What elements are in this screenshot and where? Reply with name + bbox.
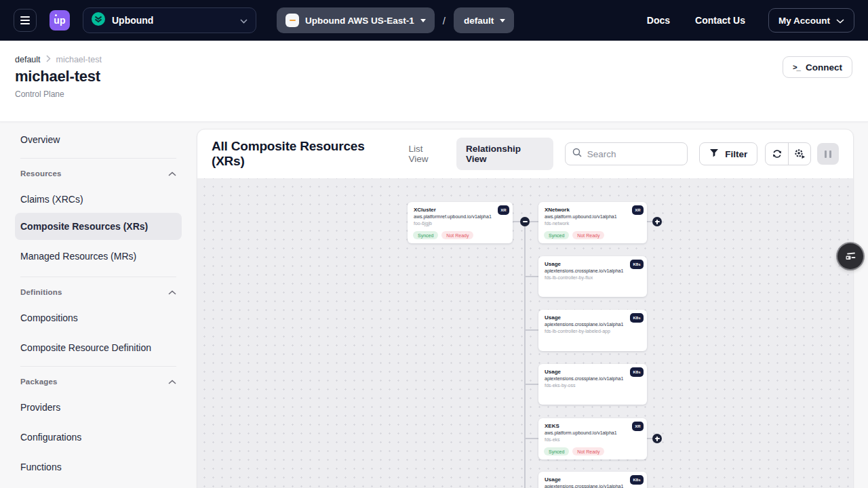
sidebar-item-managed-resources[interactable]: Managed Resources (MRs): [15, 243, 182, 270]
node-kind: XEKS: [545, 423, 641, 429]
resource-node-usage-labeled-app[interactable]: Usage apiextensions.crossplane.io/v1alph…: [538, 310, 647, 351]
node-type-badge: XR: [498, 205, 509, 215]
docs-link[interactable]: Docs: [647, 15, 670, 26]
logo-text: up: [54, 15, 66, 26]
expand-node-button[interactable]: [652, 217, 662, 226]
resource-node-xcluster[interactable]: XCluster aws.platformref.upbound.io/v1al…: [408, 202, 513, 243]
relationship-canvas[interactable]: XCluster aws.platformref.upbound.io/v1al…: [197, 178, 853, 488]
terminal-icon: >_: [793, 63, 800, 71]
node-type-badge: XR: [632, 205, 644, 215]
group-dropdown[interactable]: default: [454, 7, 514, 33]
node-api-version: aws.platform.upbound.io/v1alpha1: [545, 430, 641, 435]
node-type-badge: K8s: [630, 475, 644, 485]
pause-button[interactable]: [817, 143, 839, 165]
legend-icon: [844, 251, 856, 262]
node-name: fds-network: [545, 221, 641, 226]
sidebar: Overview Resources Claims (XRCs) Composi…: [0, 122, 197, 481]
pause-icon: [825, 150, 827, 158]
resource-node-usage-bottom[interactable]: Usage apiextensions.crossplane.io/v1alph…: [538, 472, 647, 488]
sidebar-section-definitions[interactable]: Definitions: [15, 280, 182, 304]
filter-funnel-icon: [709, 148, 719, 159]
relationship-view-tab[interactable]: Relationship View: [456, 138, 553, 170]
chevron-down-icon: [420, 19, 426, 22]
status-badge-not-ready: Not Ready: [441, 231, 473, 239]
run-operations-button[interactable]: [788, 143, 810, 165]
node-api-version: apiextensions.crossplane.io/v1alpha1: [545, 268, 641, 273]
legend-toggle-button[interactable]: [837, 243, 863, 269]
my-account-label: My Account: [778, 16, 830, 26]
control-plane-label: Upbound AWS US-East-1: [305, 16, 414, 26]
expand-node-button[interactable]: [652, 434, 662, 443]
connect-label: Connect: [806, 62, 842, 73]
sidebar-item-composite-resources[interactable]: Composite Resources (XRs): [15, 213, 182, 240]
breadcrumb: default michael-test: [15, 55, 868, 64]
node-type-badge: K8s: [630, 260, 644, 269]
status-badge-synced: Synced: [544, 231, 569, 239]
sidebar-item-configurations[interactable]: Configurations: [15, 424, 182, 451]
node-kind: Usage: [545, 369, 641, 375]
view-toggle: List View Relationship View: [400, 138, 553, 170]
node-api-version: apiextensions.crossplane.io/v1alpha1: [545, 322, 641, 327]
filter-button[interactable]: Filter: [699, 142, 757, 165]
sidebar-item-providers[interactable]: Providers: [15, 394, 182, 421]
minus-icon: [523, 221, 528, 222]
node-kind: XCluster: [414, 207, 507, 213]
refresh-icon: [772, 148, 783, 159]
search-input[interactable]: [587, 149, 681, 159]
sidebar-section-resources[interactable]: Resources: [15, 161, 182, 186]
hamburger-menu-button[interactable]: [14, 9, 37, 32]
upbound-logo[interactable]: up: [50, 10, 70, 30]
resource-node-xeks[interactable]: XEKS aws.platform.upbound.io/v1alpha1 fd…: [538, 418, 647, 460]
resource-node-usage-flux[interactable]: Usage apiextensions.crossplane.io/v1alph…: [538, 256, 647, 297]
refresh-button[interactable]: [766, 143, 788, 165]
page-title: michael-test: [15, 68, 868, 85]
resource-node-xnetwork[interactable]: XNetwork aws.platform.upbound.io/v1alpha…: [538, 202, 647, 243]
node-status-badges: Synced Not Ready: [544, 231, 604, 239]
graph-actions-group: [765, 142, 811, 165]
divider: [20, 277, 176, 277]
section-label: Packages: [20, 378, 58, 386]
panel-toolbar: All Composite Resources (XRs) List View …: [197, 129, 853, 178]
node-name: fds-eks: [545, 437, 641, 442]
search-icon: [572, 148, 582, 160]
main-panel: All Composite Resources (XRs) List View …: [197, 129, 854, 488]
sidebar-item-functions[interactable]: Functions: [15, 453, 182, 481]
node-type-badge: XR: [632, 422, 644, 431]
organization-dropdown[interactable]: Upbound: [83, 7, 256, 33]
org-avatar-icon: [92, 12, 105, 28]
edge-branch-line: [525, 384, 538, 385]
page-subtitle: Control Plane: [15, 89, 868, 99]
gear-play-icon: [794, 148, 806, 159]
status-badge-not-ready: Not Ready: [572, 231, 604, 239]
node-api-version: aws.platform.upbound.io/v1alpha1: [545, 214, 641, 219]
filter-label: Filter: [725, 149, 747, 159]
contact-us-link[interactable]: Contact Us: [695, 15, 745, 26]
chevron-right-icon: [46, 55, 51, 64]
collapse-node-button[interactable]: [520, 217, 530, 226]
breadcrumb-slash: /: [443, 15, 446, 26]
node-type-badge: K8s: [630, 313, 644, 323]
sidebar-section-packages[interactable]: Packages: [15, 369, 182, 394]
my-account-dropdown[interactable]: My Account: [768, 8, 854, 33]
top-navbar: up Upbound Upbound AWS US-East-1 / defau…: [0, 0, 868, 41]
sidebar-item-claims[interactable]: Claims (XRCs): [15, 186, 182, 213]
resource-node-usage-eks-oss[interactable]: Usage apiextensions.crossplane.io/v1alph…: [538, 364, 647, 405]
section-label: Resources: [20, 169, 62, 178]
chevron-down-icon: [500, 19, 505, 22]
breadcrumb-group-link[interactable]: default: [15, 55, 41, 64]
edge-branch-line: [525, 329, 538, 331]
status-badge-synced: Synced: [413, 231, 438, 239]
connect-button[interactable]: >_ Connect: [783, 56, 852, 78]
node-name: fds-lb-controller-by-labeled-app: [545, 329, 641, 333]
edge-trunk-line: [524, 222, 526, 488]
sidebar-item-composite-resource-definition[interactable]: Composite Resource Definition: [15, 334, 182, 361]
divider: [20, 158, 176, 159]
node-name: fds-lb-controller-by-flux: [545, 275, 641, 280]
node-kind: Usage: [545, 261, 641, 267]
control-plane-dropdown[interactable]: Upbound AWS US-East-1: [277, 7, 435, 33]
list-view-tab[interactable]: List View: [400, 138, 453, 170]
chevron-down-icon: [836, 16, 844, 26]
sidebar-item-overview[interactable]: Overview: [15, 126, 182, 153]
sidebar-item-compositions[interactable]: Compositions: [15, 304, 182, 331]
node-status-badges: Synced Not Ready: [544, 447, 604, 455]
